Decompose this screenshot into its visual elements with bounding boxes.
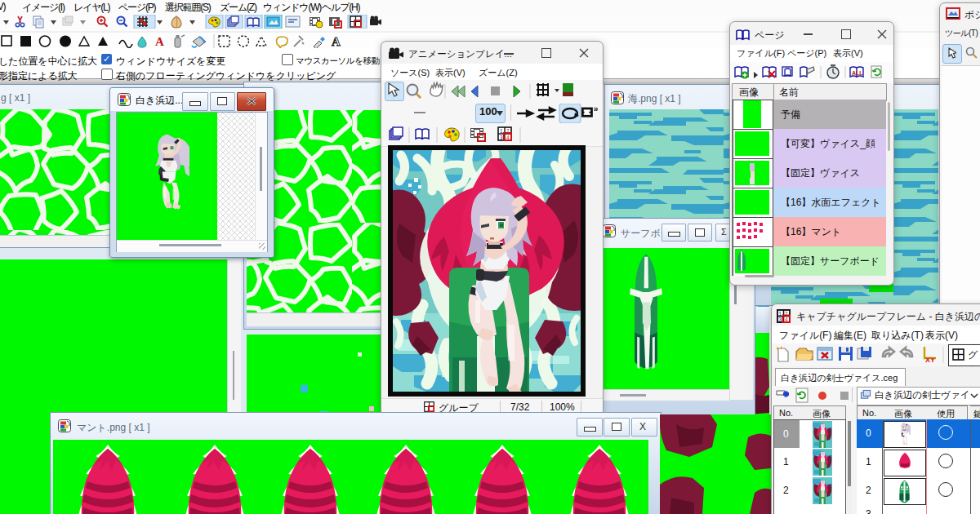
svg-text:»: »	[594, 104, 599, 113]
svg-text:A: A	[332, 35, 341, 48]
svg-text:XY: XY	[925, 356, 935, 364]
svg-text:4: 4	[506, 135, 510, 140]
svg-text:ALL: ALL	[852, 70, 863, 76]
svg-text:1: 1	[778, 311, 782, 317]
svg-text:1: 1	[500, 128, 503, 134]
svg-text:3: 3	[778, 317, 782, 322]
svg-text:A: A	[155, 35, 164, 48]
svg-text:3: 3	[500, 135, 503, 140]
